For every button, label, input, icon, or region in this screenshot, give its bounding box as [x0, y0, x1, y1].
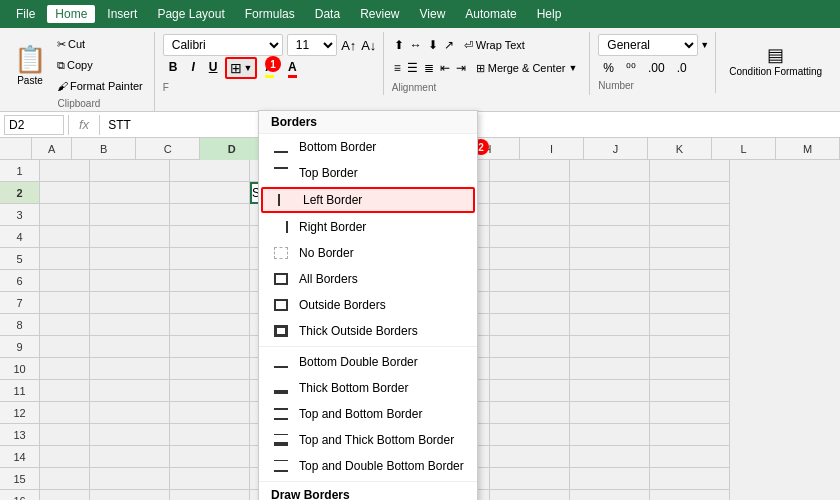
conditional-formatting-button[interactable]: ▤ Condition Formatting	[724, 34, 827, 86]
comma-button[interactable]: ⁰⁰	[621, 59, 641, 77]
cell-h4[interactable]	[570, 226, 650, 248]
underline-button[interactable]: U	[203, 58, 224, 78]
no-border-item[interactable]: No Border	[259, 240, 477, 266]
increase-decimal-button[interactable]: .00	[643, 59, 670, 77]
cell-c3[interactable]	[170, 204, 250, 226]
font-name-select[interactable]: Calibri	[163, 34, 283, 56]
cell-c7[interactable]	[170, 292, 250, 314]
cell-a6[interactable]	[40, 270, 90, 292]
copy-button[interactable]: ⧉ Copy	[52, 55, 148, 75]
menu-home[interactable]: Home	[47, 5, 95, 23]
thick-bottom-border-item[interactable]: Thick Bottom Border	[259, 375, 477, 401]
cell-b4[interactable]	[90, 226, 170, 248]
cell-i3[interactable]	[650, 204, 730, 226]
menu-help[interactable]: Help	[529, 5, 570, 23]
cell-b7[interactable]	[90, 292, 170, 314]
cell-g1[interactable]	[490, 160, 570, 182]
cell-c2[interactable]	[170, 182, 250, 204]
merge-button[interactable]: ⊞ Merge & Center ▼	[470, 57, 584, 79]
cell-h1[interactable]	[570, 160, 650, 182]
decrease-decimal-button[interactable]: .0	[672, 59, 692, 77]
name-box[interactable]	[4, 115, 64, 135]
cell-h5[interactable]	[570, 248, 650, 270]
cell-g3[interactable]	[490, 204, 570, 226]
row-num-6: 6	[0, 270, 39, 292]
cell-a7[interactable]	[40, 292, 90, 314]
bold-button[interactable]: B	[163, 58, 184, 78]
cell-a5[interactable]	[40, 248, 90, 270]
bottom-double-border-item[interactable]: Bottom Double Border	[259, 349, 477, 375]
italic-button[interactable]: I	[185, 58, 200, 78]
outside-borders-item[interactable]: Outside Borders	[259, 292, 477, 318]
cell-a3[interactable]	[40, 204, 90, 226]
cell-a2[interactable]	[40, 182, 90, 204]
decrease-font-button[interactable]: A↓	[361, 37, 377, 53]
cell-c5[interactable]	[170, 248, 250, 270]
cell-i7[interactable]	[650, 292, 730, 314]
right-border-item[interactable]: Right Border	[259, 214, 477, 240]
cell-a8[interactable]	[40, 314, 90, 336]
cell-g2[interactable]	[490, 182, 570, 204]
row-num-1: 1	[0, 160, 39, 182]
cell-h7[interactable]	[570, 292, 650, 314]
align-bottom-icon[interactable]: ⬇	[426, 36, 440, 54]
cell-b3[interactable]	[90, 204, 170, 226]
align-right-icon[interactable]: ≣	[422, 59, 436, 77]
all-borders-item[interactable]: All Borders	[259, 266, 477, 292]
cell-i5[interactable]	[650, 248, 730, 270]
menu-insert[interactable]: Insert	[99, 5, 145, 23]
wrap-text-button[interactable]: ⏎ Wrap Text	[458, 34, 531, 56]
cell-i6[interactable]	[650, 270, 730, 292]
cell-g6[interactable]	[490, 270, 570, 292]
percent-button[interactable]: %	[598, 59, 619, 77]
paste-button[interactable]: 📋 Paste	[10, 42, 50, 88]
font-color-button[interactable]: A	[282, 58, 303, 78]
align-left-icon[interactable]: ≡	[392, 59, 403, 77]
cell-i2[interactable]	[650, 182, 730, 204]
increase-font-button[interactable]: A↑	[341, 37, 357, 53]
format-painter-button[interactable]: 🖌 Format Painter	[52, 76, 148, 96]
align-middle-icon[interactable]: ↔	[408, 36, 424, 54]
cell-g5[interactable]	[490, 248, 570, 270]
menu-automate[interactable]: Automate	[457, 5, 524, 23]
cell-c6[interactable]	[170, 270, 250, 292]
cell-a4[interactable]	[40, 226, 90, 248]
cell-b2[interactable]	[90, 182, 170, 204]
align-center-icon[interactable]: ☰	[405, 59, 420, 77]
top-thick-bottom-border-item[interactable]: Top and Thick Bottom Border	[259, 427, 477, 453]
cell-a1[interactable]	[40, 160, 90, 182]
menu-file[interactable]: File	[8, 5, 43, 23]
cell-c1[interactable]	[170, 160, 250, 182]
font-size-select[interactable]: 11	[287, 34, 337, 56]
cell-g4[interactable]	[490, 226, 570, 248]
align-top-icon[interactable]: ⬆	[392, 36, 406, 54]
clipboard-label: Clipboard	[57, 98, 100, 109]
cell-b1[interactable]	[90, 160, 170, 182]
decrease-indent-icon[interactable]: ⇤	[438, 59, 452, 77]
cut-button[interactable]: ✂ Cut	[52, 34, 148, 54]
bottom-border-item[interactable]: Bottom Border	[259, 134, 477, 160]
cell-b6[interactable]	[90, 270, 170, 292]
cell-i4[interactable]	[650, 226, 730, 248]
number-format-select[interactable]: General	[598, 34, 698, 56]
cell-h2[interactable]	[570, 182, 650, 204]
menu-page-layout[interactable]: Page Layout	[149, 5, 232, 23]
cell-b5[interactable]	[90, 248, 170, 270]
left-border-item[interactable]: Left Border	[261, 187, 475, 213]
text-angle-icon[interactable]: ↗	[442, 36, 456, 54]
menu-review[interactable]: Review	[352, 5, 407, 23]
top-border-item[interactable]: Top Border	[259, 160, 477, 186]
cell-c4[interactable]	[170, 226, 250, 248]
cell-i1[interactable]	[650, 160, 730, 182]
top-double-bottom-border-item[interactable]: Top and Double Bottom Border	[259, 453, 477, 479]
menu-formulas[interactable]: Formulas	[237, 5, 303, 23]
increase-indent-icon[interactable]: ⇥	[454, 59, 468, 77]
cell-h3[interactable]	[570, 204, 650, 226]
cell-h6[interactable]	[570, 270, 650, 292]
menu-view[interactable]: View	[412, 5, 454, 23]
thick-outside-borders-item[interactable]: Thick Outside Borders	[259, 318, 477, 344]
top-bottom-border-item[interactable]: Top and Bottom Border	[259, 401, 477, 427]
cell-g7[interactable]	[490, 292, 570, 314]
menu-data[interactable]: Data	[307, 5, 348, 23]
borders-button[interactable]: ⊞ ▼	[225, 57, 257, 79]
